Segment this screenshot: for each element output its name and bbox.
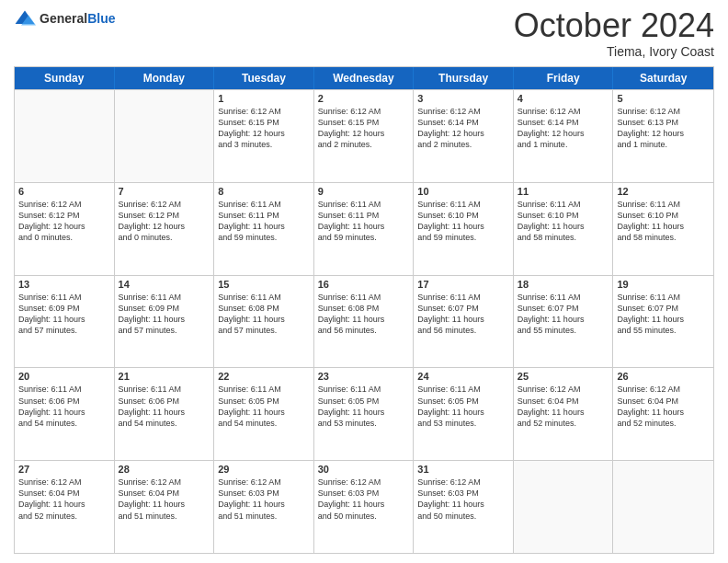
cell-info-line: Sunset: 6:05 PM bbox=[218, 396, 310, 407]
cell-info-line: Daylight: 11 hours bbox=[318, 221, 410, 232]
cell-info-line: and 2 minutes. bbox=[318, 139, 410, 150]
calendar-cell: 27Sunrise: 6:12 AMSunset: 6:04 PMDayligh… bbox=[15, 461, 115, 553]
cell-info-line: Sunset: 6:04 PM bbox=[18, 488, 110, 499]
cell-info-line: Sunrise: 6:11 AM bbox=[18, 292, 110, 303]
cell-info-line: Daylight: 11 hours bbox=[318, 407, 410, 418]
day-number: 29 bbox=[218, 464, 310, 475]
cell-info-line: and 57 minutes. bbox=[18, 325, 110, 336]
day-number: 19 bbox=[617, 279, 710, 290]
cell-info-line: Daylight: 11 hours bbox=[218, 221, 310, 232]
cell-info-line: Sunset: 6:05 PM bbox=[417, 396, 509, 407]
cell-info-line: Sunrise: 6:11 AM bbox=[417, 199, 509, 210]
logo-text: GeneralBlue bbox=[40, 11, 115, 26]
calendar-cell: 11Sunrise: 6:11 AMSunset: 6:10 PMDayligh… bbox=[514, 183, 614, 275]
cell-info-line: Sunset: 6:06 PM bbox=[119, 396, 210, 407]
calendar-cell: 6Sunrise: 6:12 AMSunset: 6:12 PMDaylight… bbox=[15, 183, 115, 275]
page: GeneralBlue October 2024 Tiema, Ivory Co… bbox=[0, 0, 728, 563]
cell-info-line: Sunrise: 6:11 AM bbox=[318, 384, 410, 395]
calendar-cell: 7Sunrise: 6:12 AMSunset: 6:12 PMDaylight… bbox=[115, 183, 215, 275]
cell-info-line: Sunrise: 6:11 AM bbox=[518, 292, 609, 303]
cell-info-line: Sunset: 6:03 PM bbox=[318, 488, 410, 499]
day-number: 21 bbox=[119, 371, 210, 382]
cell-info-line: Sunset: 6:07 PM bbox=[518, 303, 609, 314]
calendar-cell: 2Sunrise: 6:12 AMSunset: 6:15 PMDaylight… bbox=[314, 90, 415, 182]
cell-info-line: Sunrise: 6:11 AM bbox=[318, 292, 410, 303]
cell-info-line: Sunrise: 6:11 AM bbox=[119, 384, 210, 395]
cell-info-line: Sunrise: 6:12 AM bbox=[119, 199, 210, 210]
day-number: 30 bbox=[318, 464, 410, 475]
cell-info-line: Sunset: 6:11 PM bbox=[318, 210, 410, 221]
cell-info-line: and 59 minutes. bbox=[417, 232, 509, 243]
day-number: 12 bbox=[617, 186, 710, 197]
cell-info-line: and 3 minutes. bbox=[218, 139, 310, 150]
day-number: 13 bbox=[18, 279, 110, 290]
cell-info-line: Sunset: 6:14 PM bbox=[417, 117, 509, 128]
cell-info-line: Sunrise: 6:11 AM bbox=[617, 292, 710, 303]
cell-info-line: Sunrise: 6:11 AM bbox=[218, 199, 310, 210]
cell-info-line: Sunset: 6:03 PM bbox=[417, 488, 509, 499]
cell-info-line: Sunrise: 6:12 AM bbox=[18, 199, 110, 210]
weekday-header: Thursday bbox=[414, 67, 514, 89]
cell-info-line: Daylight: 11 hours bbox=[119, 314, 210, 325]
calendar-cell bbox=[15, 90, 115, 182]
cell-info-line: Sunrise: 6:11 AM bbox=[218, 292, 310, 303]
cell-info-line: and 50 minutes. bbox=[417, 511, 509, 522]
cell-info-line: Sunrise: 6:11 AM bbox=[218, 384, 310, 395]
cell-info-line: Daylight: 11 hours bbox=[318, 314, 410, 325]
cell-info-line: and 59 minutes. bbox=[218, 232, 310, 243]
cell-info-line: Daylight: 11 hours bbox=[518, 314, 609, 325]
cell-info-line: and 59 minutes. bbox=[318, 232, 410, 243]
weekday-header: Monday bbox=[115, 67, 215, 89]
cell-info-line: Sunset: 6:10 PM bbox=[417, 210, 509, 221]
cell-info-line: Sunset: 6:09 PM bbox=[18, 303, 110, 314]
cell-info-line: and 58 minutes. bbox=[518, 232, 609, 243]
cell-info-line: and 51 minutes. bbox=[218, 511, 310, 522]
cell-info-line: and 2 minutes. bbox=[417, 139, 509, 150]
calendar-cell: 4Sunrise: 6:12 AMSunset: 6:14 PMDaylight… bbox=[514, 90, 614, 182]
calendar-cell: 28Sunrise: 6:12 AMSunset: 6:04 PMDayligh… bbox=[115, 461, 215, 553]
day-number: 23 bbox=[318, 371, 410, 382]
cell-info-line: Sunrise: 6:12 AM bbox=[119, 477, 210, 488]
cell-info-line: Sunrise: 6:11 AM bbox=[617, 199, 710, 210]
cell-info-line: and 52 minutes. bbox=[518, 418, 609, 429]
day-number: 1 bbox=[218, 93, 310, 104]
calendar-body: 1Sunrise: 6:12 AMSunset: 6:15 PMDaylight… bbox=[15, 89, 713, 553]
calendar-cell: 14Sunrise: 6:11 AMSunset: 6:09 PMDayligh… bbox=[115, 276, 215, 368]
calendar-row: 27Sunrise: 6:12 AMSunset: 6:04 PMDayligh… bbox=[15, 460, 713, 553]
calendar: SundayMondayTuesdayWednesdayThursdayFrid… bbox=[14, 66, 714, 554]
cell-info-line: Sunset: 6:07 PM bbox=[617, 303, 710, 314]
cell-info-line: Sunset: 6:13 PM bbox=[617, 117, 710, 128]
calendar-cell: 26Sunrise: 6:12 AMSunset: 6:04 PMDayligh… bbox=[613, 368, 713, 460]
calendar-cell bbox=[613, 461, 713, 553]
day-number: 9 bbox=[318, 186, 410, 197]
cell-info-line: Daylight: 11 hours bbox=[18, 314, 110, 325]
cell-info-line: Daylight: 11 hours bbox=[119, 499, 210, 510]
cell-info-line: Sunrise: 6:12 AM bbox=[218, 106, 310, 117]
day-number: 5 bbox=[617, 93, 710, 104]
calendar-row: 6Sunrise: 6:12 AMSunset: 6:12 PMDaylight… bbox=[15, 182, 713, 275]
day-number: 2 bbox=[318, 93, 410, 104]
cell-info-line: Sunset: 6:10 PM bbox=[518, 210, 609, 221]
cell-info-line: Daylight: 12 hours bbox=[318, 128, 410, 139]
cell-info-line: Daylight: 11 hours bbox=[617, 221, 710, 232]
cell-info-line: and 55 minutes. bbox=[617, 325, 710, 336]
calendar-row: 13Sunrise: 6:11 AMSunset: 6:09 PMDayligh… bbox=[15, 275, 713, 368]
cell-info-line: Sunrise: 6:12 AM bbox=[318, 106, 410, 117]
calendar-cell: 16Sunrise: 6:11 AMSunset: 6:08 PMDayligh… bbox=[314, 276, 415, 368]
calendar-cell bbox=[514, 461, 614, 553]
cell-info-line: and 1 minute. bbox=[518, 139, 609, 150]
cell-info-line: Daylight: 11 hours bbox=[218, 407, 310, 418]
cell-info-line: and 52 minutes. bbox=[18, 511, 110, 522]
cell-info-line: Sunset: 6:09 PM bbox=[119, 303, 210, 314]
calendar-cell: 8Sunrise: 6:11 AMSunset: 6:11 PMDaylight… bbox=[214, 183, 314, 275]
weekday-header: Friday bbox=[514, 67, 614, 89]
day-number: 7 bbox=[119, 186, 210, 197]
cell-info-line: Sunset: 6:04 PM bbox=[518, 396, 609, 407]
cell-info-line: and 0 minutes. bbox=[119, 232, 210, 243]
day-number: 25 bbox=[518, 371, 609, 382]
cell-info-line: Daylight: 11 hours bbox=[417, 221, 509, 232]
cell-info-line: Daylight: 12 hours bbox=[119, 221, 210, 232]
calendar-cell: 22Sunrise: 6:11 AMSunset: 6:05 PMDayligh… bbox=[214, 368, 314, 460]
cell-info-line: Sunrise: 6:12 AM bbox=[318, 477, 410, 488]
calendar-cell bbox=[115, 90, 215, 182]
